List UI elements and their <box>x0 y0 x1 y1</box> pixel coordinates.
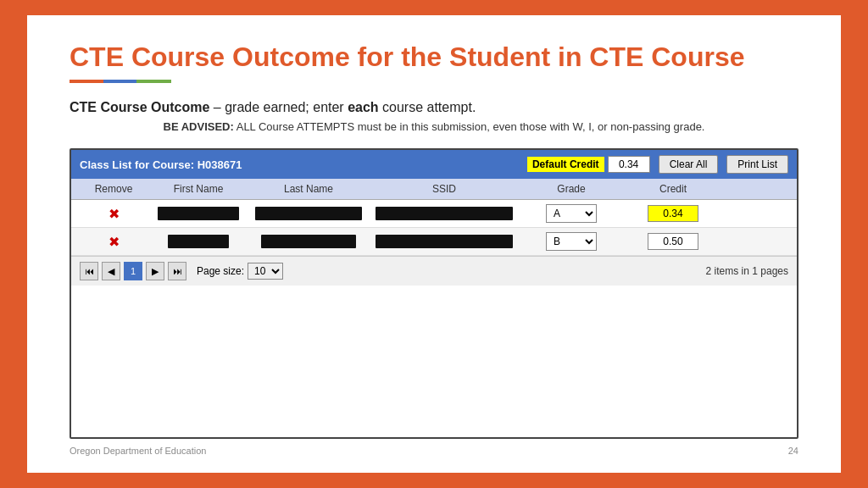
subtitle-rest: – grade earned; enter <box>209 100 348 114</box>
credit-input-2[interactable] <box>648 233 698 250</box>
page-size-select[interactable]: 10 25 50 <box>248 263 283 280</box>
class-list-title: Class List for Course: H038671 <box>80 158 519 171</box>
remove-cell-1: ✖ <box>80 206 147 222</box>
credit-input-1[interactable] <box>648 205 698 222</box>
remove-icon-1[interactable]: ✖ <box>108 206 120 222</box>
remove-icon-2[interactable]: ✖ <box>108 234 120 250</box>
remove-cell-2: ✖ <box>80 234 147 250</box>
slide-title: CTE Course Outcome for the Student in CT… <box>70 41 798 73</box>
col-last-name: Last Name <box>249 183 368 195</box>
footer-page-num: 24 <box>788 446 798 456</box>
default-credit-label: Default Credit <box>527 157 604 172</box>
ssid-redacted-1 <box>376 207 513 220</box>
subtitle-end: course attempt. <box>379 100 476 114</box>
last-name-cell-1 <box>249 207 368 220</box>
first-name-cell-2 <box>147 235 249 248</box>
table-header-bar: Class List for Course: H038671 Default C… <box>71 150 797 179</box>
last-name-redacted-1 <box>255 207 362 220</box>
grade-cell-2[interactable]: A B C D F W I <box>520 232 622 251</box>
page-size-label: Page size: <box>197 265 244 277</box>
credit-cell-1[interactable] <box>622 205 724 222</box>
col-first-name: First Name <box>147 183 249 195</box>
ssid-cell-2 <box>368 235 520 248</box>
col-grade: Grade <box>520 183 622 195</box>
advised-line: BE ADVISED: ALL Course ATTEMPTS must be … <box>70 120 798 133</box>
credit-cell-2[interactable] <box>622 233 724 250</box>
ssid-redacted-2 <box>376 235 513 248</box>
clear-all-button[interactable]: Clear All <box>659 155 719 174</box>
subtitle-bold: CTE Course Outcome <box>70 100 209 114</box>
column-headers: Remove First Name Last Name SSID Grade C… <box>71 179 797 200</box>
col-remove: Remove <box>80 183 147 195</box>
default-credit-group: Default Credit <box>527 156 650 173</box>
subtitle-each: each <box>348 100 378 114</box>
prev-page-button[interactable]: ◀ <box>102 262 120 280</box>
last-name-redacted-2 <box>261 235 356 248</box>
subtitle: CTE Course Outcome – grade earned; enter… <box>70 100 798 115</box>
first-name-cell-1 <box>147 207 249 220</box>
title-underline <box>70 80 171 83</box>
ssid-cell-1 <box>368 207 520 220</box>
first-page-button[interactable]: ⏮ <box>80 262 98 280</box>
next-page-button[interactable]: ▶ <box>146 262 164 280</box>
grade-select-1[interactable]: A B C D F W I <box>546 204 597 223</box>
table-row: ✖ A B C D F W I <box>71 228 797 256</box>
items-count: 2 items in 1 pages <box>706 265 788 277</box>
page-1-button[interactable]: 1 <box>124 262 142 280</box>
footer: Oregon Department of Education 24 <box>70 439 798 456</box>
class-list-table: Class List for Course: H038671 Default C… <box>70 148 798 439</box>
grade-select-2[interactable]: A B C D F W I <box>546 232 597 251</box>
first-name-redacted-2 <box>168 235 229 248</box>
default-credit-input[interactable] <box>608 156 650 173</box>
table-row: ✖ A B C D F W I <box>71 200 797 228</box>
last-name-cell-2 <box>249 235 368 248</box>
last-page-button[interactable]: ⏭ <box>168 262 186 280</box>
first-name-redacted-1 <box>158 207 239 220</box>
col-credit: Credit <box>622 183 724 195</box>
advised-bold: BE ADVISED: <box>164 120 234 133</box>
footer-org: Oregon Department of Education <box>70 446 206 456</box>
advised-rest: ALL Course ATTEMPTS must be in this subm… <box>234 120 705 133</box>
col-ssid: SSID <box>368 183 520 195</box>
print-list-button[interactable]: Print List <box>726 155 788 174</box>
pagination-bar: ⏮ ◀ 1 ▶ ⏭ Page size: 10 25 50 2 items in… <box>71 256 797 286</box>
grade-cell-1[interactable]: A B C D F W I <box>520 204 622 223</box>
